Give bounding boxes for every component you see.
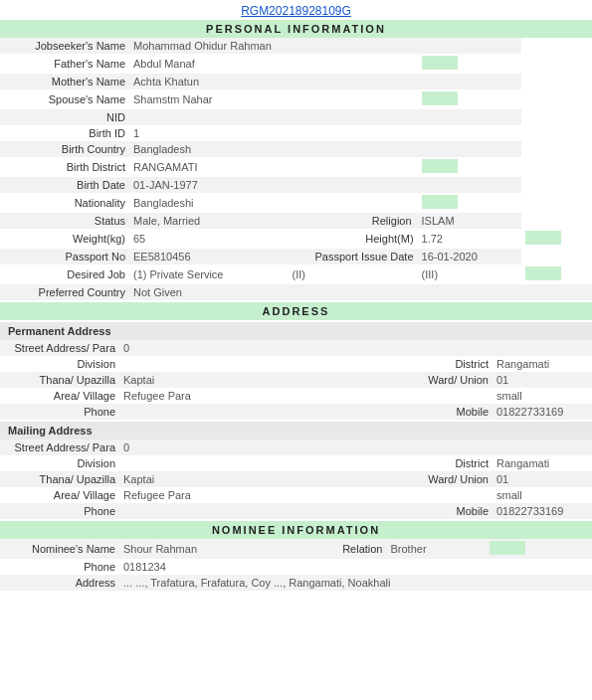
perm-phone-label: Phone [0, 404, 119, 420]
desired-job-edit-button[interactable] [525, 266, 561, 280]
page-container: RGM20218928109G PERSONAL INFORMATION Job… [0, 0, 592, 591]
table-row: Phone Mobile 01822733169 [0, 404, 592, 420]
top-link[interactable]: RGM20218928109G [241, 4, 351, 18]
nominee-phone-value: 0181234 [119, 559, 486, 575]
perm-thana-value: Kaptai [119, 372, 423, 388]
mail-ward-value: 01 [493, 471, 592, 487]
table-row: Phone 0181234 [0, 559, 592, 575]
personal-info-header: PERSONAL INFORMATION [0, 20, 592, 38]
father-name-value: Abdul Manaf [129, 54, 289, 74]
religion-value: ISLAM [418, 213, 521, 229]
desired-job-value: (1) Private Service [129, 264, 289, 284]
nominee-header: NOMINEE INFORMATION [0, 521, 592, 539]
jobseeker-name-value: Mohammad Ohidur Rahman [129, 38, 521, 54]
perm-area-label: Area/ Village [0, 388, 119, 404]
birth-district-edit-button[interactable] [422, 159, 458, 173]
address-header: ADDRESS [0, 302, 592, 320]
mail-mobile-label: Mobile [423, 503, 493, 519]
nominee-table: Nominee's Name Shour Rahman Relation Bro… [0, 539, 592, 591]
table-row: Area/ Village Refugee Para small [0, 487, 592, 503]
mail-division-label: Division [0, 455, 119, 471]
table-row: Street Address/ Para 0 [0, 340, 592, 356]
status-value: Male, Married [129, 213, 289, 229]
desired-job-col2: (II) [289, 264, 418, 284]
perm-area-value: Refugee Para [119, 388, 423, 404]
nominee-phone-label: Phone [0, 559, 119, 575]
birth-id-value: 1 [129, 125, 521, 141]
weight-edit-button[interactable] [525, 231, 561, 245]
birth-date-value: 01-JAN-1977 [129, 177, 521, 193]
status-label: Status [0, 213, 129, 229]
mail-district-label: District [423, 455, 493, 471]
mailing-address-title: Mailing Address [0, 422, 592, 439]
birth-country-value: Bangladesh [129, 141, 521, 157]
father-edit-button[interactable] [422, 56, 458, 70]
father-name-label: Father's Name [0, 54, 129, 74]
mail-phone-label: Phone [0, 503, 119, 519]
desired-job-row: Desired Job (1) Private Service (II) (II… [0, 264, 592, 284]
permanent-address-table: Street Address/ Para 0 Division District… [0, 340, 592, 420]
weight-row: Weight(kg) 65 Height(M) 1.72 [0, 229, 592, 249]
perm-district-value: Rangamati [493, 356, 592, 372]
personal-info-table: Jobseeker's Name Mohammad Ohidur Rahman … [0, 38, 592, 300]
table-row: Birth Country Bangladesh [0, 141, 592, 157]
table-row: Birth Date 01-JAN-1977 [0, 177, 592, 193]
mail-division-value [119, 455, 423, 471]
mother-name-label: Mother's Name [0, 74, 129, 89]
perm-street-value: 0 [119, 340, 592, 356]
mail-street-value: 0 [119, 439, 592, 455]
table-row: Phone Mobile 01822733169 [0, 503, 592, 519]
nominee-address-label: Address [0, 575, 119, 591]
table-row: Address ... ..., Trafatura, Frafatura, C… [0, 575, 592, 591]
table-row: Jobseeker's Name Mohammad Ohidur Rahman [0, 38, 592, 54]
status-row: Status Male, Married Religion ISLAM [0, 213, 592, 229]
birth-district-value: RANGAMATI [129, 157, 289, 177]
mail-union-value: small [493, 487, 592, 503]
table-row: Street Address/ Para 0 [0, 439, 592, 455]
passport-label: Passport No [0, 249, 129, 264]
spouse-name-label: Spouse's Name [0, 89, 129, 109]
table-row: NID [0, 109, 592, 125]
nominee-address-value: ... ..., Trafatura, Frafatura, Coy ..., … [119, 575, 592, 591]
preferred-country-row: Preferred Country Not Given [0, 284, 592, 300]
perm-district-label: District [423, 356, 493, 372]
perm-street-label: Street Address/ Para [0, 340, 119, 356]
birth-date-label: Birth Date [0, 177, 129, 193]
height-value: 1.72 [418, 229, 521, 249]
table-row: Nationality Bangladeshi [0, 193, 592, 213]
nominee-relation-label: Relation [316, 539, 386, 559]
nominee-name-partial: Sho [123, 543, 143, 555]
birth-district-label: Birth District [0, 157, 129, 177]
mail-street-label: Street Address/ Para [0, 439, 119, 455]
desired-job-label: Desired Job [0, 264, 129, 284]
nominee-edit-button[interactable] [490, 541, 525, 555]
perm-phone-value [119, 404, 423, 420]
perm-ward-label: Ward/ Union [423, 372, 493, 388]
perm-division-label: Division [0, 356, 119, 372]
table-row: Nominee's Name Shour Rahman Relation Bro… [0, 539, 592, 559]
desired-job-col3: (III) [418, 264, 521, 284]
perm-division-value [119, 356, 423, 372]
nominee-name-continued: ur Rahman [143, 543, 197, 555]
table-row: Thana/ Upazilla Kaptai Ward/ Union 01 [0, 471, 592, 487]
nationality-value: Bangladeshi [129, 193, 289, 213]
mail-area-label: Area/ Village [0, 487, 119, 503]
nid-value [129, 109, 521, 125]
mail-district-value: Rangamati [493, 455, 592, 471]
spouse-name-value: Shamstm Nahar [129, 89, 289, 109]
mail-area-value: Refugee Para [119, 487, 423, 503]
passport-issue-date-label: Passport Issue Date [289, 249, 418, 264]
nationality-edit-button[interactable] [422, 195, 458, 209]
weight-value: 65 [129, 229, 289, 249]
table-row: Birth District RANGAMATI [0, 157, 592, 177]
mother-name-value: Achta Khatun [129, 74, 521, 89]
mail-ward-label: Ward/ Union [423, 471, 493, 487]
perm-union-value: small [493, 388, 592, 404]
nominee-phone-partial: 018 [123, 561, 141, 573]
jobseeker-name-label: Jobseeker's Name [0, 38, 129, 54]
mailing-address-table: Street Address/ Para 0 Division District… [0, 439, 592, 519]
preferred-country-value: Not Given [129, 284, 592, 300]
spouse-edit-button[interactable] [422, 91, 458, 105]
table-row: Birth ID 1 [0, 125, 592, 141]
passport-value: EE5810456 [129, 249, 289, 264]
